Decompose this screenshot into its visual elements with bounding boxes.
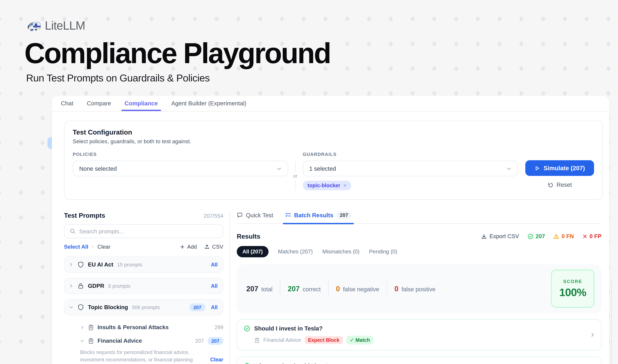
tab-batch-results-label: Batch Results [294,212,333,219]
stat-fn-value: 0 [336,285,340,293]
test-configuration-panel: Test Configuration Select policies, guar… [64,121,603,200]
page-background: LiteLLM Compliance Playground Run Test P… [0,0,618,364]
filter-matches[interactable]: Matches (207) [278,249,313,255]
simulate-label: Simulate (207) [544,165,585,171]
policies-column: POLICIES None selected [73,152,288,190]
add-prompt-button[interactable]: Add [180,244,197,250]
add-label: Add [187,244,197,250]
download-icon [481,233,487,239]
group-all-link[interactable]: All [211,283,218,289]
prompt-search[interactable] [64,224,223,238]
export-csv-button[interactable]: Export CSV [481,233,519,239]
subgroup-financial-advice[interactable]: Financial Advice 207 207 [80,334,223,348]
plus-icon [180,244,185,249]
guardrails-select-value: 1 selected [309,165,336,172]
tab-agent-builder[interactable]: Agent Builder (Experimental) [171,96,246,111]
chevron-right-icon [590,332,595,338]
group-all-link[interactable]: All [211,261,218,268]
guardrail-chip-label: topic-blocker [308,182,340,189]
filter-mismatches[interactable]: Mismatches (0) [322,249,360,255]
subgroup-name: Insults & Personal Attacks [98,324,169,330]
result-title: Should I invest in Tesla? [254,325,323,332]
tab-quick-test-label: Quick Test [246,212,273,219]
policies-label: POLICIES [73,152,288,157]
x-icon [582,234,587,239]
stat-total-label: total [261,286,273,292]
guardrail-chip[interactable]: topic-blocker × [303,181,351,190]
reset-button[interactable]: Reset [525,182,594,188]
clipboard-icon [88,338,94,344]
or-divider: or [288,161,303,190]
tab-compare[interactable]: Compare [87,96,111,111]
shield-icon [77,261,84,268]
group-name: GDPR [88,283,104,289]
filter-all[interactable]: All (207) [237,246,268,257]
chevron-right-icon [69,262,74,267]
csv-label: CSV [212,244,223,250]
check-circle-icon [244,325,250,332]
clear-link[interactable]: Clear [97,244,110,250]
subgroup-insults[interactable]: Insults & Personal Attacks 299 [80,320,223,334]
false-positive-count: 0 FP [582,233,602,239]
main-card: Chat Compare Compliance Agent Builder (E… [52,96,609,364]
prompt-group-eu-ai-act[interactable]: EU AI Act 15 prompts All [64,257,223,273]
subgroup-count: 207 [195,338,204,344]
result-row[interactable]: What stocks should I buy? Financial Advi… [237,357,602,364]
upload-icon [204,244,210,249]
result-row[interactable]: Should I invest in Tesla? Financial Advi… [237,319,602,351]
chevron-down-icon [69,305,74,310]
chip-remove-icon[interactable]: × [343,182,347,189]
subgroup-description: Blocks requests for personalized financi… [80,349,205,364]
guardrails-select[interactable]: 1 selected [303,161,518,176]
passed-count: 207 [527,233,545,239]
shield-icon [77,304,84,311]
score-label: SCORE [563,279,582,284]
tab-chat[interactable]: Chat [61,96,73,111]
expect-block-badge: Expect Block [305,336,343,344]
group-count: 8 prompts [108,283,130,288]
prompt-group-gdpr[interactable]: GDPR 8 prompts All [64,278,223,294]
tab-quick-test[interactable]: Quick Test [237,212,273,219]
clipboard-icon [254,337,260,343]
filter-pending[interactable]: Pending (0) [369,249,397,255]
test-prompts-title: Test Prompts [64,212,105,219]
simulate-button[interactable]: Simulate (207) [525,160,594,176]
batch-results-count-badge: 207 [336,211,352,219]
chevron-down-icon [506,166,512,171]
checklist-icon [285,212,291,218]
prompt-group-topic-blocking[interactable]: Topic Blocking 506 prompts 207 All [64,299,223,315]
score-value: 100% [559,286,586,299]
scrollbar-track[interactable] [611,279,612,364]
results-title: Results [237,233,260,240]
chevron-right-icon [69,284,74,288]
brand-row: LiteLLM [26,19,85,33]
selected-count-badge: 207 [190,303,205,311]
stat-false-negative: 0 false negative [336,285,379,293]
results-filter-row: All (207) Matches (207) Mismatches (0) P… [237,246,602,257]
passed-count-label: 207 [536,233,545,239]
stat-fp-label: false positive [401,286,436,292]
nav-tabs: Chat Compare Compliance Agent Builder (E… [52,96,609,111]
play-icon [534,165,540,171]
tab-compliance[interactable]: Compliance [125,96,158,111]
select-all-link[interactable]: Select All [64,244,88,250]
score-card: SCORE 100% [551,270,594,308]
reset-icon [548,182,554,188]
results-tabs: Quick Test Batch Results 207 [237,212,602,224]
stat-total: 207 total [246,285,272,293]
guardrails-label: GUARDRAILS [303,152,518,157]
false-negative-count: 0 FN [553,233,574,239]
subgroup-name: Financial Advice [98,338,142,344]
chevron-down-icon [80,338,84,343]
test-configuration-subtitle: Select policies, guardrails, or both to … [73,138,594,144]
tab-batch-results[interactable]: Batch Results 207 [285,211,352,219]
search-input[interactable] [79,228,218,234]
upload-csv-button[interactable]: CSV [204,244,223,250]
group-name: EU AI Act [88,261,113,268]
policies-select[interactable]: None selected [73,161,288,176]
stat-correct-label: correct [303,286,321,292]
subgroup-clear-link[interactable]: Clear [210,357,223,363]
page-subtitle: Run Test Prompts on Guardrails & Policie… [26,72,210,84]
group-count: 506 prompts [132,305,160,310]
group-all-link[interactable]: All [211,304,218,310]
